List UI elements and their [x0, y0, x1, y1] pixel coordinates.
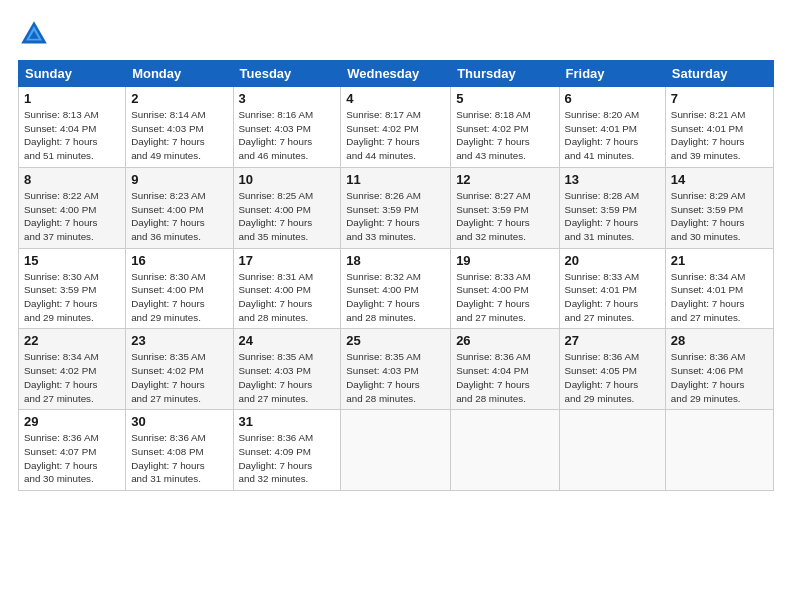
day-number: 3: [239, 91, 336, 106]
calendar-cell: 15Sunrise: 8:30 AM Sunset: 3:59 PM Dayli…: [19, 248, 126, 329]
day-number: 4: [346, 91, 445, 106]
day-number: 30: [131, 414, 227, 429]
day-info: Sunrise: 8:18 AM Sunset: 4:02 PM Dayligh…: [456, 108, 553, 163]
calendar-cell: 9Sunrise: 8:23 AM Sunset: 4:00 PM Daylig…: [126, 167, 233, 248]
day-number: 24: [239, 333, 336, 348]
day-number: 19: [456, 253, 553, 268]
calendar-cell: 20Sunrise: 8:33 AM Sunset: 4:01 PM Dayli…: [559, 248, 665, 329]
week-row-5: 29Sunrise: 8:36 AM Sunset: 4:07 PM Dayli…: [19, 410, 774, 491]
day-number: 14: [671, 172, 768, 187]
calendar-cell: 18Sunrise: 8:32 AM Sunset: 4:00 PM Dayli…: [341, 248, 451, 329]
day-info: Sunrise: 8:21 AM Sunset: 4:01 PM Dayligh…: [671, 108, 768, 163]
day-number: 5: [456, 91, 553, 106]
day-header-wednesday: Wednesday: [341, 61, 451, 87]
day-info: Sunrise: 8:13 AM Sunset: 4:04 PM Dayligh…: [24, 108, 120, 163]
day-info: Sunrise: 8:36 AM Sunset: 4:08 PM Dayligh…: [131, 431, 227, 486]
day-number: 16: [131, 253, 227, 268]
calendar-cell: 31Sunrise: 8:36 AM Sunset: 4:09 PM Dayli…: [233, 410, 341, 491]
week-row-4: 22Sunrise: 8:34 AM Sunset: 4:02 PM Dayli…: [19, 329, 774, 410]
day-header-saturday: Saturday: [665, 61, 773, 87]
calendar-cell: 29Sunrise: 8:36 AM Sunset: 4:07 PM Dayli…: [19, 410, 126, 491]
day-info: Sunrise: 8:35 AM Sunset: 4:03 PM Dayligh…: [346, 350, 445, 405]
day-number: 15: [24, 253, 120, 268]
day-number: 26: [456, 333, 553, 348]
day-info: Sunrise: 8:23 AM Sunset: 4:00 PM Dayligh…: [131, 189, 227, 244]
calendar-cell: 4Sunrise: 8:17 AM Sunset: 4:02 PM Daylig…: [341, 87, 451, 168]
calendar-cell: 16Sunrise: 8:30 AM Sunset: 4:00 PM Dayli…: [126, 248, 233, 329]
calendar-table: SundayMondayTuesdayWednesdayThursdayFrid…: [18, 60, 774, 491]
calendar-cell: 3Sunrise: 8:16 AM Sunset: 4:03 PM Daylig…: [233, 87, 341, 168]
calendar-cell: [559, 410, 665, 491]
day-info: Sunrise: 8:16 AM Sunset: 4:03 PM Dayligh…: [239, 108, 336, 163]
day-number: 28: [671, 333, 768, 348]
day-number: 17: [239, 253, 336, 268]
calendar-cell: 26Sunrise: 8:36 AM Sunset: 4:04 PM Dayli…: [451, 329, 559, 410]
week-row-1: 1Sunrise: 8:13 AM Sunset: 4:04 PM Daylig…: [19, 87, 774, 168]
page: SundayMondayTuesdayWednesdayThursdayFrid…: [0, 0, 792, 612]
header: [18, 18, 774, 50]
day-header-friday: Friday: [559, 61, 665, 87]
day-info: Sunrise: 8:36 AM Sunset: 4:05 PM Dayligh…: [565, 350, 660, 405]
calendar-header-row: SundayMondayTuesdayWednesdayThursdayFrid…: [19, 61, 774, 87]
calendar-cell: [451, 410, 559, 491]
day-header-thursday: Thursday: [451, 61, 559, 87]
calendar-cell: 1Sunrise: 8:13 AM Sunset: 4:04 PM Daylig…: [19, 87, 126, 168]
logo: [18, 18, 54, 50]
day-info: Sunrise: 8:20 AM Sunset: 4:01 PM Dayligh…: [565, 108, 660, 163]
calendar-cell: 10Sunrise: 8:25 AM Sunset: 4:00 PM Dayli…: [233, 167, 341, 248]
day-number: 20: [565, 253, 660, 268]
calendar-cell: 25Sunrise: 8:35 AM Sunset: 4:03 PM Dayli…: [341, 329, 451, 410]
day-info: Sunrise: 8:36 AM Sunset: 4:09 PM Dayligh…: [239, 431, 336, 486]
day-info: Sunrise: 8:31 AM Sunset: 4:00 PM Dayligh…: [239, 270, 336, 325]
calendar-cell: 12Sunrise: 8:27 AM Sunset: 3:59 PM Dayli…: [451, 167, 559, 248]
day-info: Sunrise: 8:33 AM Sunset: 4:01 PM Dayligh…: [565, 270, 660, 325]
day-info: Sunrise: 8:28 AM Sunset: 3:59 PM Dayligh…: [565, 189, 660, 244]
day-info: Sunrise: 8:27 AM Sunset: 3:59 PM Dayligh…: [456, 189, 553, 244]
day-info: Sunrise: 8:35 AM Sunset: 4:03 PM Dayligh…: [239, 350, 336, 405]
calendar-cell: 2Sunrise: 8:14 AM Sunset: 4:03 PM Daylig…: [126, 87, 233, 168]
day-number: 29: [24, 414, 120, 429]
calendar-cell: 14Sunrise: 8:29 AM Sunset: 3:59 PM Dayli…: [665, 167, 773, 248]
day-number: 8: [24, 172, 120, 187]
day-info: Sunrise: 8:36 AM Sunset: 4:06 PM Dayligh…: [671, 350, 768, 405]
calendar-cell: 24Sunrise: 8:35 AM Sunset: 4:03 PM Dayli…: [233, 329, 341, 410]
day-info: Sunrise: 8:30 AM Sunset: 3:59 PM Dayligh…: [24, 270, 120, 325]
day-number: 13: [565, 172, 660, 187]
day-info: Sunrise: 8:30 AM Sunset: 4:00 PM Dayligh…: [131, 270, 227, 325]
calendar-cell: 5Sunrise: 8:18 AM Sunset: 4:02 PM Daylig…: [451, 87, 559, 168]
day-number: 11: [346, 172, 445, 187]
calendar-cell: 17Sunrise: 8:31 AM Sunset: 4:00 PM Dayli…: [233, 248, 341, 329]
day-header-sunday: Sunday: [19, 61, 126, 87]
day-number: 31: [239, 414, 336, 429]
day-number: 6: [565, 91, 660, 106]
logo-icon: [18, 18, 50, 50]
calendar-cell: 21Sunrise: 8:34 AM Sunset: 4:01 PM Dayli…: [665, 248, 773, 329]
calendar-cell: 30Sunrise: 8:36 AM Sunset: 4:08 PM Dayli…: [126, 410, 233, 491]
day-number: 27: [565, 333, 660, 348]
calendar-cell: 8Sunrise: 8:22 AM Sunset: 4:00 PM Daylig…: [19, 167, 126, 248]
day-info: Sunrise: 8:26 AM Sunset: 3:59 PM Dayligh…: [346, 189, 445, 244]
day-info: Sunrise: 8:35 AM Sunset: 4:02 PM Dayligh…: [131, 350, 227, 405]
day-number: 18: [346, 253, 445, 268]
day-number: 23: [131, 333, 227, 348]
calendar-cell: 6Sunrise: 8:20 AM Sunset: 4:01 PM Daylig…: [559, 87, 665, 168]
day-info: Sunrise: 8:33 AM Sunset: 4:00 PM Dayligh…: [456, 270, 553, 325]
week-row-3: 15Sunrise: 8:30 AM Sunset: 3:59 PM Dayli…: [19, 248, 774, 329]
day-info: Sunrise: 8:34 AM Sunset: 4:01 PM Dayligh…: [671, 270, 768, 325]
day-info: Sunrise: 8:25 AM Sunset: 4:00 PM Dayligh…: [239, 189, 336, 244]
day-info: Sunrise: 8:36 AM Sunset: 4:04 PM Dayligh…: [456, 350, 553, 405]
day-header-tuesday: Tuesday: [233, 61, 341, 87]
calendar-cell: [665, 410, 773, 491]
day-info: Sunrise: 8:14 AM Sunset: 4:03 PM Dayligh…: [131, 108, 227, 163]
calendar-cell: 13Sunrise: 8:28 AM Sunset: 3:59 PM Dayli…: [559, 167, 665, 248]
calendar-cell: 27Sunrise: 8:36 AM Sunset: 4:05 PM Dayli…: [559, 329, 665, 410]
day-info: Sunrise: 8:32 AM Sunset: 4:00 PM Dayligh…: [346, 270, 445, 325]
calendar-cell: 23Sunrise: 8:35 AM Sunset: 4:02 PM Dayli…: [126, 329, 233, 410]
day-number: 9: [131, 172, 227, 187]
day-number: 1: [24, 91, 120, 106]
calendar-cell: 11Sunrise: 8:26 AM Sunset: 3:59 PM Dayli…: [341, 167, 451, 248]
day-number: 25: [346, 333, 445, 348]
day-number: 2: [131, 91, 227, 106]
week-row-2: 8Sunrise: 8:22 AM Sunset: 4:00 PM Daylig…: [19, 167, 774, 248]
calendar-cell: 19Sunrise: 8:33 AM Sunset: 4:00 PM Dayli…: [451, 248, 559, 329]
